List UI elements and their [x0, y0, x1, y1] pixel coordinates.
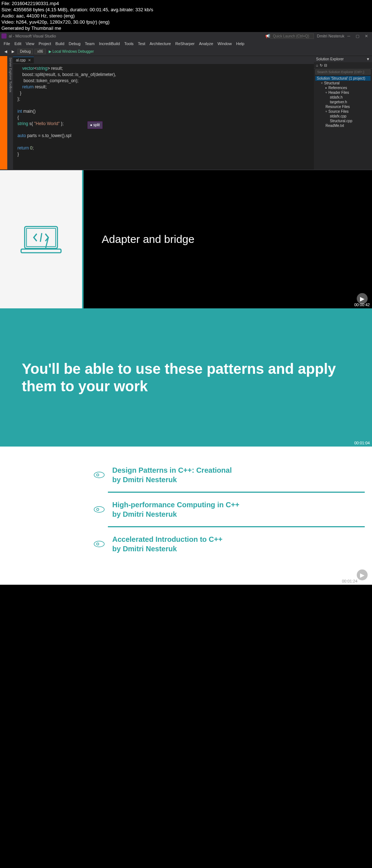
menu-view[interactable]: View: [24, 41, 37, 47]
close-button[interactable]: ✕: [362, 34, 371, 39]
menu-file[interactable]: File: [1, 41, 12, 47]
resource-files-node[interactable]: Resource Files: [315, 104, 371, 109]
nav-fwd-button[interactable]: ▶: [10, 49, 16, 54]
header-files-node[interactable]: ▿ Header Files: [315, 90, 371, 95]
maximize-button[interactable]: ▢: [353, 34, 362, 39]
vs-menubar: File Edit View Project Build Debug Team …: [0, 40, 372, 47]
course-item: Design Patterns in C++: Creational by Dm…: [93, 461, 365, 489]
solution-node[interactable]: Solution 'Structural' (1 project): [315, 76, 371, 81]
course-text: Accelerated Introduction to C++ by Dmitr…: [112, 535, 222, 553]
menu-project[interactable]: Project: [36, 41, 53, 47]
solution-tree[interactable]: Solution 'Structural' (1 project) ▿ Stru…: [314, 75, 372, 129]
panel-dropdown-icon[interactable]: ▼: [366, 57, 370, 61]
home-icon[interactable]: ⌂: [316, 63, 318, 67]
menu-architecture[interactable]: Architecture: [147, 41, 173, 47]
file-stdafx-h[interactable]: stdafx.h: [315, 95, 371, 100]
course-divider: [108, 526, 365, 527]
slide3-timestamp: 00:01:04: [354, 441, 370, 445]
video-metadata: File: 20160422190331.mp4 Size: 4355658 b…: [0, 0, 372, 32]
meta-video: Video: h264, yuv420p, 1280x720, 30.00 fp…: [1, 19, 371, 25]
menu-edit[interactable]: Edit: [12, 41, 24, 47]
menu-team[interactable]: Team: [83, 41, 97, 47]
solution-search-input[interactable]: [315, 69, 371, 75]
solution-explorer: Solution Explorer ▼ ⌂ ↻ ⊟ Solution 'Stru…: [314, 56, 372, 169]
menu-debug[interactable]: Debug: [66, 41, 82, 47]
menu-incredibuild[interactable]: IncrediBuild: [97, 41, 122, 47]
vs-logo-icon: [1, 33, 7, 39]
course-text: Design Patterns in C++: Creational by Dm…: [112, 465, 232, 484]
eye-icon: [93, 471, 105, 479]
eye-icon: [93, 506, 105, 513]
slide3-text: You'll be able to use these patterns and…: [22, 360, 350, 395]
config-dropdown[interactable]: Debug: [17, 49, 33, 54]
svg-point-8: [94, 541, 104, 547]
menu-resharper[interactable]: ReSharper: [173, 41, 197, 47]
slide-courses: Design Patterns in C++: Creational by Dm…: [0, 447, 372, 585]
menu-build[interactable]: Build: [53, 41, 66, 47]
slide-adapter-bridge: Adapter and bridge ▶ 00:00:42: [0, 170, 372, 308]
course-item: High-performance Computing in C++ by Dmi…: [93, 496, 365, 523]
file-readme[interactable]: ReadMe.txt: [315, 123, 371, 128]
file-structural-cpp[interactable]: Structural.cpp: [315, 119, 371, 123]
references-node[interactable]: ▸ References: [315, 85, 371, 90]
solution-toolbar: ⌂ ↻ ⊟: [314, 62, 372, 69]
source-files-node[interactable]: ▿ Source Files: [315, 109, 371, 114]
editor-tab[interactable]: al.cpp✕: [13, 57, 34, 63]
vs-window-title: al - Microsoft Visual Studio: [9, 34, 56, 38]
slide4-timestamp: 00:01:24: [342, 579, 357, 583]
svg-point-7: [97, 508, 99, 511]
slide2-title: Adapter and bridge: [102, 233, 194, 245]
vs-titlebar: al - Microsoft Visual Studio 📢 Dmitri Ne…: [0, 32, 372, 40]
menu-test[interactable]: Test: [136, 41, 147, 47]
svg-point-4: [94, 472, 104, 478]
file-stdafx-cpp[interactable]: stdafx.cpp: [315, 114, 371, 119]
collapse-icon[interactable]: ⊟: [324, 63, 327, 67]
svg-point-5: [97, 474, 99, 476]
slide2-timestamp: 00:00:42: [354, 303, 370, 307]
feedback-icon[interactable]: 📢: [265, 34, 270, 39]
meta-size: Size: 4355658 bytes (4.15 MiB), duration…: [1, 7, 371, 13]
left-tool-tabs[interactable]: Server Explorer Toolbox: [7, 56, 13, 169]
menu-window[interactable]: Window: [215, 41, 234, 47]
tab-close-icon[interactable]: ✕: [28, 58, 31, 62]
course-text: High-performance Computing in C++ by Dmi…: [112, 500, 239, 519]
laptop-code-icon: [19, 223, 63, 256]
platform-dropdown[interactable]: x86: [35, 49, 45, 54]
course-divider: [108, 492, 365, 493]
meta-file: File: 20160422190331.mp4: [1, 1, 371, 7]
quick-launch-input[interactable]: [270, 33, 314, 39]
menu-help[interactable]: Help: [234, 41, 247, 47]
visual-studio-window: al - Microsoft Visual Studio 📢 Dmitri Ne…: [0, 32, 372, 170]
svg-rect-2: [21, 249, 61, 253]
svg-point-6: [94, 507, 104, 512]
eye-icon: [93, 540, 105, 548]
project-node[interactable]: ▿ Structural: [315, 81, 371, 85]
orange-sidebar: [0, 56, 7, 169]
course-item: Accelerated Introduction to C++ by Dmitr…: [93, 530, 365, 558]
minimize-button[interactable]: ─: [344, 34, 353, 38]
intellisense-popup[interactable]: ● split: [88, 121, 102, 129]
start-debug-button[interactable]: ▶ Local Windows Debugger: [47, 49, 96, 54]
solution-header: Solution Explorer ▼: [314, 56, 372, 62]
menu-tools[interactable]: Tools: [122, 41, 136, 47]
menu-analyze[interactable]: Analyze: [197, 41, 215, 47]
svg-point-9: [97, 543, 99, 545]
file-targetver-h[interactable]: targetver.h: [315, 100, 371, 104]
vs-toolbar: ◀ ▶ Debug x86 ▶ Local Windows Debugger: [0, 47, 372, 56]
meta-audio: Audio: aac, 44100 Hz, stereo (eng): [1, 13, 371, 19]
meta-generated: Generated by Thumbnail me: [1, 25, 371, 32]
svg-line-3: [40, 233, 42, 242]
code-editor[interactable]: al.cpp✕ vector<string> result; boost::sp…: [13, 56, 314, 169]
refresh-icon[interactable]: ↻: [320, 63, 323, 67]
code-area[interactable]: vector<string> result; boost::split(resu…: [13, 64, 314, 169]
user-label[interactable]: Dmitri Nesteruk: [317, 34, 344, 38]
slide-teal-summary: You'll be able to use these patterns and…: [0, 308, 372, 447]
slide2-icon-panel: [0, 170, 82, 308]
nav-back-button[interactable]: ◀: [3, 49, 9, 54]
